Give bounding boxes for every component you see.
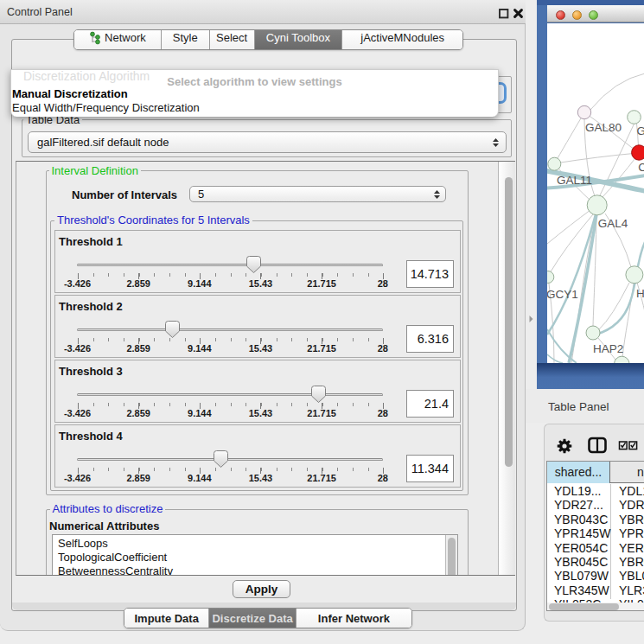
svg-text:GAL11: GAL11 — [557, 174, 592, 187]
svg-text:C: C — [638, 161, 644, 174]
svg-text:H: H — [636, 287, 644, 300]
svg-text:GAL80: GAL80 — [585, 121, 622, 134]
svg-text:GA: GA — [636, 124, 644, 137]
svg-text:HAP2: HAP2 — [593, 342, 623, 355]
svg-text:GCY1: GCY1 — [547, 288, 578, 301]
svg-text:GAL4: GAL4 — [597, 217, 628, 230]
